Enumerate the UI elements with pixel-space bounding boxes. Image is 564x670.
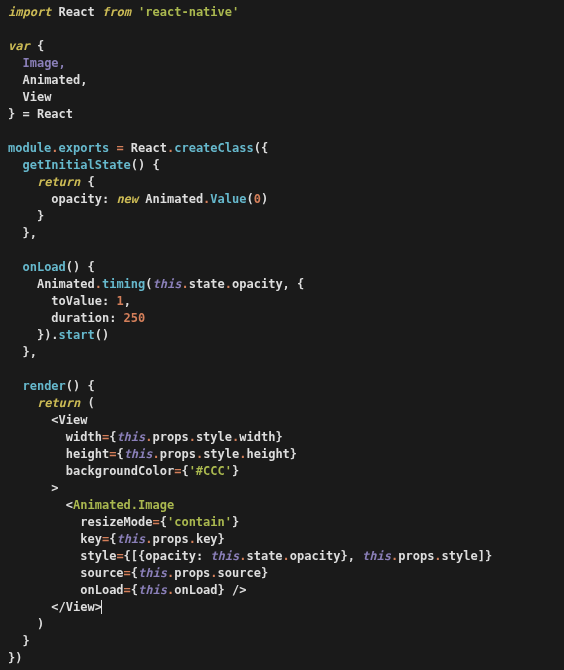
code-line: }, bbox=[8, 226, 37, 240]
code-line: View bbox=[8, 90, 51, 104]
code-line: } = React bbox=[8, 107, 73, 121]
code-line: duration: 250 bbox=[8, 311, 145, 325]
code-line: }).start() bbox=[8, 328, 109, 342]
code-line: } bbox=[8, 634, 30, 648]
code-line: > bbox=[8, 481, 59, 495]
code-line: onLoad={this.onLoad} /> bbox=[8, 583, 246, 597]
code-line: module.exports = React.createClass({ bbox=[8, 141, 268, 155]
code-line: Animated.timing(this.state.opacity, { bbox=[8, 277, 304, 291]
code-line: }) bbox=[8, 651, 22, 665]
code-line: return ( bbox=[8, 396, 95, 410]
code-line: Image, bbox=[8, 56, 66, 70]
code-line: getInitialState() { bbox=[8, 158, 160, 172]
code-line: <View bbox=[8, 413, 88, 427]
code-line: key={this.props.key} bbox=[8, 532, 225, 546]
code-line: opacity: new Animated.Value(0) bbox=[8, 192, 268, 206]
code-line: resizeMode={'contain'} bbox=[8, 515, 239, 529]
code-line: backgroundColor={'#CCC'} bbox=[8, 464, 239, 478]
code-line: }, bbox=[8, 345, 37, 359]
code-line: } bbox=[8, 209, 44, 223]
code-line: onLoad() { bbox=[8, 260, 95, 274]
code-line: toValue: 1, bbox=[8, 294, 131, 308]
code-line: </View> bbox=[8, 600, 102, 614]
code-line: height={this.props.style.height} bbox=[8, 447, 297, 461]
code-line: width={this.props.style.width} bbox=[8, 430, 283, 444]
code-line: var { bbox=[8, 39, 44, 53]
code-line: render() { bbox=[8, 379, 95, 393]
code-line: ) bbox=[8, 617, 44, 631]
code-line: <Animated.Image bbox=[8, 498, 174, 512]
code-line: return { bbox=[8, 175, 95, 189]
text-cursor bbox=[101, 600, 102, 614]
code-line: import React from 'react-native' bbox=[8, 5, 239, 19]
code-line: style={[{opacity: this.state.opacity}, t… bbox=[8, 549, 492, 563]
code-editor[interactable]: import React from 'react-native' var { I… bbox=[8, 4, 556, 667]
code-line: Animated, bbox=[8, 73, 87, 87]
code-line: source={this.props.source} bbox=[8, 566, 268, 580]
